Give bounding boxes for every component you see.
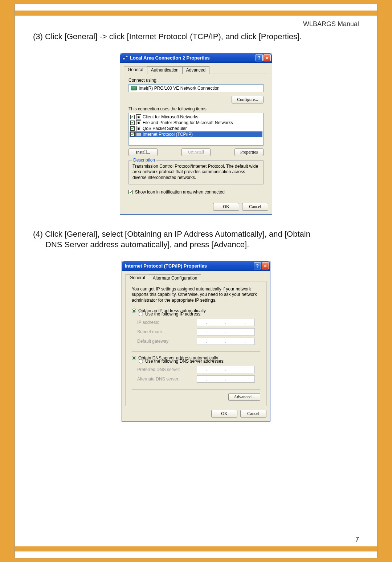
- close-button[interactable]: ×: [264, 54, 271, 61]
- instruction-step-4: (4) Click [General], select [Obtaining a…: [33, 229, 359, 250]
- close-button[interactable]: ×: [262, 262, 269, 269]
- radio-manual-ip[interactable]: Use the following IP address:: [137, 311, 203, 317]
- adapter-name: Intel(R) PRO/100 VE Network Connection: [139, 86, 220, 91]
- network-icon: [122, 55, 128, 61]
- adapter-icon: [131, 86, 137, 90]
- list-item-label: Internet Protocol (TCP/IP): [143, 132, 193, 137]
- show-icon-checkbox[interactable]: ✔: [128, 190, 133, 194]
- share-icon: ▣: [136, 120, 141, 125]
- svg-rect-1: [126, 56, 128, 57]
- configure-button[interactable]: Configure...: [232, 96, 264, 103]
- list-item[interactable]: ✔ ▣ File and Printer Sharing for Microso…: [130, 120, 262, 126]
- checkbox-icon[interactable]: ✔: [130, 115, 135, 119]
- helptext: You can get IP settings assigned automat…: [132, 286, 260, 304]
- tcpip-icon: [136, 133, 141, 136]
- pref-dns-input: ...: [197, 366, 255, 373]
- tabs: General Authentication Advanced: [124, 66, 268, 73]
- properties-button[interactable]: Properties: [234, 148, 264, 156]
- subnet-input: ...: [197, 328, 255, 335]
- dialog-title: Internet Protocol (TCP/IP) Properties: [124, 263, 253, 269]
- tcpip-properties-dialog: Internet Protocol (TCP/IP) Properties ? …: [122, 261, 270, 422]
- list-item-selected[interactable]: ✔ Internet Protocol (TCP/IP): [130, 131, 262, 137]
- items-listbox[interactable]: ✔ ▣ Client for Microsoft Networks ✔ ▣ Fi…: [128, 113, 264, 146]
- tab-alt-config[interactable]: Alternate Configuration: [149, 274, 201, 282]
- checkbox-icon[interactable]: ✔: [130, 121, 135, 125]
- description-legend: Description: [132, 158, 156, 163]
- svg-line-2: [124, 57, 127, 58]
- tab-advanced[interactable]: Advanced: [182, 66, 209, 74]
- pref-dns-label: Preferred DNS server:: [137, 367, 180, 372]
- step4-line1: (4) Click [General], select [Obtaining a…: [33, 229, 310, 239]
- instruction-step-3: (3) Click [General] -> click [Internet P…: [33, 32, 359, 42]
- show-icon-label: Show icon in notification area when conn…: [135, 190, 225, 195]
- gateway-label: Default gateway:: [137, 339, 170, 344]
- svg-rect-0: [123, 58, 125, 60]
- radio-icon[interactable]: [139, 359, 143, 363]
- client-icon: ▣: [136, 114, 141, 119]
- list-item-label: File and Printer Sharing for Microsoft N…: [143, 120, 233, 125]
- titlebar[interactable]: Internet Protocol (TCP/IP) Properties ? …: [122, 261, 270, 271]
- radio-icon[interactable]: [132, 356, 136, 360]
- dialog-title: Local Area Connection 2 Properties: [130, 55, 255, 61]
- checkbox-icon[interactable]: ✔: [130, 132, 135, 137]
- alt-dns-input: ...: [197, 375, 255, 383]
- ip-address-input: ...: [197, 319, 255, 326]
- list-item-label: QoS Packet Scheduler: [143, 126, 187, 131]
- page-number: 7: [355, 536, 359, 543]
- ok-button[interactable]: OK: [213, 203, 239, 211]
- cancel-button[interactable]: Cancel: [242, 203, 268, 211]
- radio-manual-dns[interactable]: Use the following DNS server addresses:: [137, 359, 226, 364]
- radio-label: Use the following IP address:: [145, 311, 201, 317]
- lan-properties-dialog: Local Area Connection 2 Properties ? × G…: [120, 53, 272, 215]
- list-item[interactable]: ✔ ▣ Client for Microsoft Networks: [130, 114, 262, 120]
- help-button[interactable]: ?: [256, 54, 263, 61]
- tab-general[interactable]: General: [124, 66, 147, 73]
- tab-authentication[interactable]: Authentication: [147, 66, 183, 74]
- radio-label: Use the following DNS server addresses:: [145, 359, 225, 364]
- adapter-field: Intel(R) PRO/100 VE Network Connection: [128, 84, 264, 92]
- ok-button[interactable]: OK: [211, 410, 237, 418]
- radio-icon[interactable]: [132, 309, 136, 313]
- radio-icon[interactable]: [139, 312, 143, 316]
- checkbox-icon[interactable]: ✔: [130, 126, 135, 131]
- alt-dns-label: Alternate DNS server:: [137, 376, 180, 382]
- subnet-label: Subnet mask:: [137, 329, 164, 334]
- uninstall-button: Uninstall: [181, 148, 211, 156]
- advanced-button[interactable]: Advanced...: [228, 393, 260, 401]
- description-group: Description Transmission Control Protoco…: [128, 160, 264, 185]
- ip-address-label: IP address:: [137, 320, 159, 325]
- items-label: This connection uses the following items…: [128, 106, 264, 111]
- help-button[interactable]: ?: [254, 262, 261, 269]
- manual-ip-group: Use the following IP address: IP address…: [132, 315, 260, 352]
- description-text: Transmission Control Protocol/Internet P…: [132, 164, 260, 181]
- manual-title: WLBARGS Manual: [33, 20, 359, 28]
- install-button[interactable]: Install...: [128, 148, 158, 156]
- tabs: General Alternate Configuration: [126, 274, 266, 281]
- connect-using-label: Connect using:: [128, 78, 264, 83]
- gateway-input: ...: [197, 338, 255, 345]
- tab-general[interactable]: General: [126, 274, 149, 281]
- qos-icon: ▣: [136, 126, 141, 131]
- list-item[interactable]: ✔ ▣ QoS Packet Scheduler: [130, 126, 262, 131]
- titlebar[interactable]: Local Area Connection 2 Properties ? ×: [120, 53, 272, 63]
- step4-line2: DNS Server address automatically], and p…: [33, 240, 359, 250]
- list-item-label: Client for Microsoft Networks: [143, 114, 198, 119]
- cancel-button[interactable]: Cancel: [240, 410, 266, 418]
- manual-dns-group: Use the following DNS server addresses: …: [132, 362, 260, 390]
